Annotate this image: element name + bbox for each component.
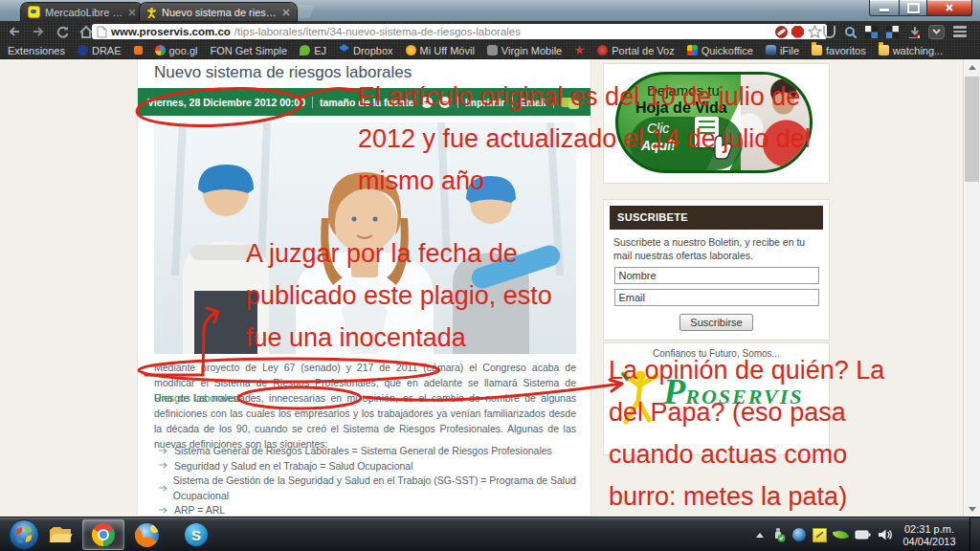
checker-extension-icon[interactable] (865, 26, 878, 38)
separator (457, 97, 458, 108)
proservis-logo[interactable]: PROSERVIS (663, 370, 803, 412)
bookmark-watching[interactable]: watching... (879, 45, 944, 56)
arrow-up-icon (969, 65, 976, 70)
close-button[interactable] (927, 0, 972, 16)
quickoffice-icon (687, 45, 698, 55)
scroll-up-button[interactable] (964, 59, 980, 75)
download-extension-icon[interactable] (907, 26, 920, 38)
bookmark-unnamed-1[interactable] (134, 46, 143, 55)
subscribe-button[interactable]: Suscribirse (679, 314, 752, 331)
scrollbar-thumb[interactable] (965, 77, 979, 182)
minimize-button[interactable] (869, 0, 900, 16)
url-path: /tips-laborales/item/34-nuevo-sistema-de… (234, 26, 771, 37)
font-decrease-button[interactable]: − (439, 97, 451, 108)
maximize-button[interactable] (900, 0, 927, 16)
notes-tray-icon[interactable] (813, 528, 827, 542)
bookmark-fon-get-simple[interactable]: FON Get Simple (210, 45, 287, 56)
tab-proservis[interactable]: Nuevo sistema de riesgos (140, 3, 297, 21)
email-link[interactable]: Email (520, 97, 546, 108)
p1-highlight: Mediante proyecto de Ley 67 (senado) y 2… (154, 362, 463, 373)
browser-toolbar: www.proservis.com.co/tips-laborales/item… (0, 21, 980, 42)
bookmark-virgin-mobile[interactable]: Virgin Mobile (487, 45, 562, 56)
bookmark-label: EJ (314, 45, 326, 56)
chrome-icon (92, 523, 115, 546)
start-button[interactable] (8, 518, 40, 551)
address-bar[interactable]: www.proservis.com.co/tips-laborales/item… (92, 24, 827, 39)
blocker-extension-icon[interactable] (775, 26, 788, 38)
mercadolibre-favicon-icon (28, 6, 40, 18)
show-desktop-button[interactable] (969, 518, 980, 551)
close-icon (945, 3, 954, 12)
speech-bubble-icon (300, 45, 310, 55)
volume-icon[interactable] (878, 528, 893, 541)
tray-clock[interactable]: 02:31 p.m. 04/04/2013 (900, 521, 959, 548)
name-field[interactable] (614, 267, 819, 284)
comments-icon[interactable] (561, 98, 574, 107)
bookmark-star-icon[interactable] (808, 25, 822, 38)
usb-device-icon[interactable] (770, 527, 786, 542)
bookmark-label: Mi Uff Móvil (420, 45, 475, 56)
bookmark-label: Virgin Mobile (501, 45, 562, 56)
bookmark-label: watching... (893, 45, 944, 56)
reload-button[interactable] (52, 23, 73, 40)
taskbar-skype-button[interactable]: S (176, 518, 216, 551)
bookmark-label: Dropbox (353, 45, 393, 56)
subscribe-header: SUSCRIBETE (610, 206, 823, 230)
bookmark-unnamed-2[interactable] (574, 45, 585, 55)
taskbar-firefox-button[interactable] (126, 518, 167, 551)
separator (512, 97, 513, 108)
bookmark-favoritos[interactable]: favoritos (812, 45, 866, 56)
desktop: MercadoLibre Colombia Nuevo sistema de r… (0, 0, 980, 551)
cv-banner[interactable]: Dejamos tu Hoja de Vida Clic Aquí! (615, 72, 813, 173)
bookmark-label: DRAE (92, 45, 122, 56)
article-photo (154, 122, 576, 354)
orange-favicon-icon (134, 46, 143, 55)
page-scrollbar[interactable] (963, 59, 980, 517)
drae-icon (78, 45, 88, 55)
bookmark-portal-de-voz[interactable]: Portal de Voz (597, 45, 674, 56)
bookmark-ej[interactable]: EJ (300, 45, 326, 56)
blue-app-tray-icon[interactable] (792, 528, 806, 541)
p2-highlight: innecesarias en mi opinión, (264, 392, 398, 404)
taskbar-explorer-button[interactable] (40, 518, 80, 551)
minimize-icon (880, 9, 889, 11)
folder-icon (812, 45, 822, 55)
scroll-down-button[interactable] (964, 501, 980, 517)
bookmark-quickoffice[interactable]: Quickoffice (687, 45, 753, 56)
bookmark-googl[interactable]: goo.gl (155, 45, 198, 56)
bookmark-ifile[interactable]: iFile (766, 45, 799, 56)
chrome-menu-icon[interactable] (953, 26, 967, 37)
leaf-tray-icon[interactable] (833, 528, 849, 541)
checker2-extension-icon[interactable] (886, 26, 899, 38)
tab-title: Nuevo sistema de riesgos (162, 7, 278, 18)
bookmark-extensiones[interactable]: Extensiones (8, 45, 65, 56)
banner-line2: Hoja de Vida (635, 99, 727, 117)
taskbar-chrome-button[interactable] (82, 519, 124, 550)
bookmark-label: FON Get Simple (210, 45, 287, 56)
show-hidden-icons-button[interactable] (756, 533, 764, 538)
email-field[interactable] (614, 289, 819, 306)
bookmark-drae[interactable]: DRAE (78, 45, 122, 56)
clock-extension-icon[interactable] (928, 25, 945, 39)
clock-date: 04/04/2013 (900, 536, 959, 548)
print-link[interactable]: Imprimir (465, 97, 505, 108)
bookmark-mi-uff-movil[interactable]: Mi Uff Móvil (406, 45, 475, 56)
u-extension-icon[interactable] (823, 26, 835, 38)
tab-mercadolibre[interactable]: MercadoLibre Colombia (21, 3, 143, 21)
font-increase-button[interactable]: + (421, 97, 433, 108)
tab-close-icon[interactable] (128, 9, 136, 16)
battery-icon[interactable] (855, 528, 871, 541)
starburst-favicon-icon (574, 45, 585, 55)
tagline: Confianos tu Futuro, Somos... (604, 343, 829, 359)
bookmark-dropbox[interactable]: Dropbox (339, 44, 393, 56)
google-icon (155, 45, 166, 55)
back-button[interactable] (4, 23, 25, 40)
banner-cta2: Aquí! (641, 138, 676, 153)
bookmark-label: iFile (780, 45, 799, 56)
bookmark-label: favoritos (826, 45, 866, 56)
forward-button[interactable] (28, 23, 49, 40)
virgin-mobile-icon (487, 45, 498, 55)
magnifier-extension-icon[interactable] (844, 26, 857, 38)
tab-close-icon[interactable] (282, 9, 290, 16)
adblock-extension-icon[interactable] (791, 26, 804, 38)
